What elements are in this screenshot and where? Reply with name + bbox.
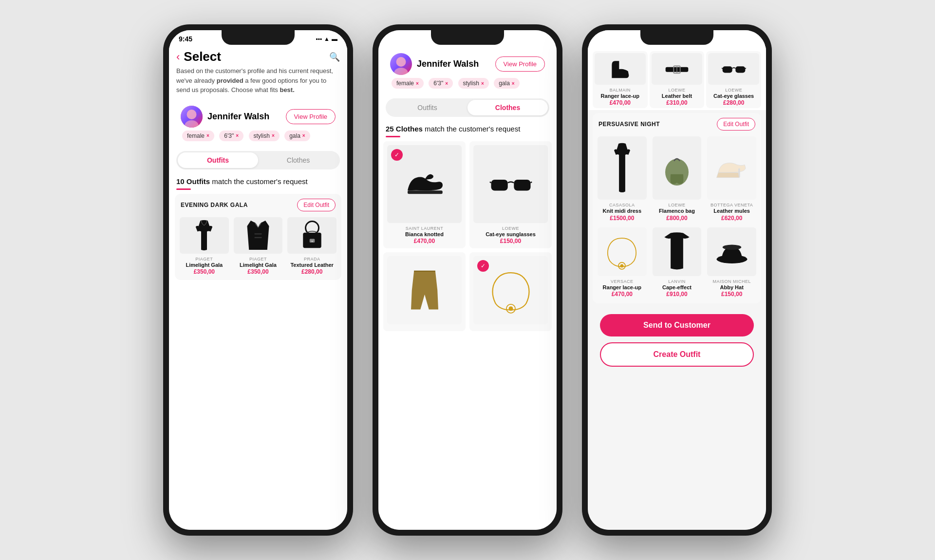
phone-1: 9:45 ▪▪▪ ▲ ▬ ‹ Select 🔍 Based on the cus… (163, 24, 353, 536)
cape-svg (662, 227, 692, 276)
product-brand-2: PIAGET (234, 257, 283, 261)
match-underline (176, 188, 191, 190)
svg-rect-21 (722, 66, 732, 73)
edit-outfit-button[interactable]: Edit Outfit (297, 199, 336, 211)
belt-svg (665, 62, 689, 76)
top-price-3: £280,00 (708, 99, 759, 106)
outfit-brand-necklace: VERSACE (598, 279, 647, 284)
product-shoes[interactable]: ✓ SAINT LAURENT Bianca knotted £470,00 (383, 141, 466, 248)
outfit-img-mules (707, 136, 756, 200)
outfit-card-3: PERSUASIVE NIGHT Edit Outfit CASASOLA Kn… (593, 113, 761, 303)
product-name-2: Limelight Gala (234, 261, 283, 268)
svg-line-23 (722, 68, 723, 69)
svg-rect-3 (254, 237, 262, 238)
outfit-name-necklace: Ranger lace-up (598, 284, 647, 291)
top-brand-3: Loewe (708, 88, 759, 93)
edit-outfit-button-3[interactable]: Edit Outfit (717, 118, 755, 131)
view-profile-button-2[interactable]: View Profile (495, 56, 545, 72)
tag-gala[interactable]: gala × (284, 131, 310, 141)
page-header: ‹ Select 🔍 (169, 45, 347, 66)
tab-outfits[interactable]: Outfits (178, 152, 258, 168)
dress-svg (189, 218, 219, 252)
outfit-product-dress[interactable]: CASASOLA Knit midi dress £1500,00 (596, 134, 649, 223)
outfit-brand-hat: MAISON MICHEL (707, 279, 756, 284)
bottom-actions: Send to Customer Create Outfit (593, 306, 761, 374)
product-dress[interactable]: PIAGET Limelight Gala £350,00 (178, 215, 231, 277)
outfit-name-3: PERSUASIVE NIGHT (598, 121, 660, 128)
phone-3: BALMAIN Ranger lace-up £470,00 Loewe Lea… (582, 24, 772, 536)
tag-female[interactable]: female × (182, 131, 214, 141)
top-brand-2: Loewe (652, 88, 703, 93)
time-display: 9:45 (179, 35, 192, 43)
tab-clothes[interactable]: Clothes (258, 152, 338, 168)
product-price-3: £280,00 (287, 268, 337, 275)
page-title: Select (184, 49, 325, 64)
product-blazer[interactable]: PIAGET Limelight Gala £350,00 (232, 215, 285, 277)
sunglasses-svg (489, 169, 533, 199)
tag-gala-2[interactable]: gala × (494, 78, 520, 89)
back-icon[interactable]: ‹ (176, 51, 180, 63)
create-outfit-button[interactable]: Create Outfit (600, 342, 754, 367)
view-profile-button[interactable]: View Profile (286, 109, 336, 124)
svg-point-28 (620, 264, 624, 267)
top-products: BALMAIN Ranger lace-up £470,00 Loewe Lea… (588, 47, 766, 110)
svg-point-17 (508, 307, 513, 311)
product-pants[interactable] (383, 252, 466, 331)
top-name-1: Ranger lace-up (595, 93, 646, 99)
outfit-row-1: CASASOLA Knit midi dress £1500,00 (593, 134, 761, 225)
product-name-3: Textured Leather (287, 261, 337, 268)
avatar-2 (390, 53, 412, 75)
tag-female-2[interactable]: female × (392, 78, 424, 89)
outfit-name-cape: Cape-effect (653, 284, 702, 291)
top-brand-1: BALMAIN (595, 88, 646, 93)
outfit-product-necklace[interactable]: VERSACE Ranger lace-up £470,00 (596, 225, 649, 299)
product-bag[interactable]: ▲ PRADA Textured Leather £280,00 (285, 215, 338, 277)
svg-point-30 (722, 245, 741, 250)
outfit-product-hat[interactable]: MAISON MICHEL Abby Hat £150,00 (705, 225, 758, 299)
product-price-shoes: £470,00 (387, 238, 462, 244)
svg-rect-12 (514, 180, 530, 191)
product-brand-1: PIAGET (180, 257, 229, 261)
product-name-shoes: Bianca knotted (387, 231, 462, 238)
outfit-price-hat: £150,00 (707, 291, 756, 298)
match-underline-2 (386, 136, 400, 137)
svg-point-9 (394, 68, 408, 75)
tag-height-2[interactable]: 6'3" × (429, 78, 453, 89)
product-image-shoes: ✓ (387, 145, 462, 223)
top-img-2 (652, 53, 703, 85)
avatar-image-2 (390, 53, 412, 75)
svg-rect-2 (254, 233, 262, 234)
outfit-product-bag[interactable]: LOEWE Flamenco bag £800,00 (651, 134, 704, 223)
top-product-1: BALMAIN Ranger lace-up £470,00 (593, 51, 648, 108)
tag-height[interactable]: 6'3" × (219, 131, 243, 141)
selected-check-1: ✓ (391, 149, 403, 161)
product-name-1: Limelight Gala (180, 261, 229, 268)
tab-outfits-2[interactable]: Outfits (387, 100, 468, 115)
product-price-2: £350,00 (234, 268, 283, 275)
outfit-product-cape[interactable]: LANVIN Cape-effect £910,00 (651, 225, 704, 299)
product-image-dress (180, 217, 229, 254)
necklace-svg (489, 263, 533, 317)
match-count: 10 Outfits match the customer's request (169, 174, 347, 187)
product-name-sunglasses: Cat-eye sunglasses (473, 231, 548, 238)
outfit-header-3: PERSUASIVE NIGHT Edit Outfit (593, 113, 761, 134)
tag-stylish-2[interactable]: stylish × (458, 78, 489, 89)
product-sunglasses[interactable]: LOEWE Cat-eye sunglasses £150,00 (469, 141, 552, 248)
product-image-blazer (234, 217, 283, 254)
user-name-2: Jennifer Walsh (417, 59, 490, 69)
tag-stylish[interactable]: stylish × (249, 131, 280, 141)
outfit-img-necklace (598, 227, 647, 276)
mules-svg (715, 152, 749, 184)
tab-clothes-2[interactable]: Clothes (468, 100, 548, 115)
necklace2-svg (605, 232, 639, 271)
svg-line-13 (489, 182, 491, 183)
send-to-customer-button[interactable]: Send to Customer (600, 314, 754, 336)
avatar-image (181, 106, 203, 128)
product-necklace[interactable]: ✓ (469, 252, 552, 331)
search-icon[interactable]: 🔍 (329, 52, 340, 62)
outfit-img-hat (707, 227, 756, 276)
top-name-2: Leather belt (652, 93, 703, 99)
outfit-price-mules: £620,00 (707, 215, 756, 222)
flamenco-bag-svg (662, 144, 692, 192)
outfit-product-mules[interactable]: BOTTEGA VENETA Leather mules £620,00 (705, 134, 758, 223)
